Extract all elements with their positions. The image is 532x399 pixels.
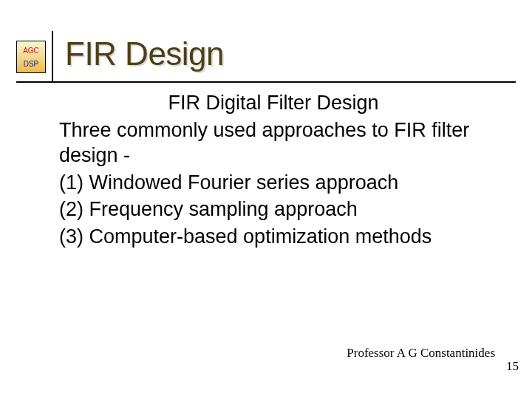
list-item-2: (2) Frequency sampling approach — [59, 197, 488, 222]
intro-paragraph: Three commonly used approaches to FIR fi… — [59, 117, 488, 168]
list-item-3: (3) Computer-based optimization methods — [59, 224, 488, 250]
subtitle: FIR Digital Filter Design — [59, 90, 488, 116]
logo-dsp-text: DSP — [24, 61, 39, 68]
slide-page: AGC DSP FIR Design FIR Digital Filter De… — [0, 0, 532, 399]
body-content: FIR Digital Filter Design Three commonly… — [59, 90, 488, 250]
vertical-divider — [52, 31, 53, 83]
horizontal-divider — [16, 81, 516, 83]
logo-inner: AGC DSP — [17, 41, 45, 72]
logo-box: AGC DSP — [16, 41, 46, 73]
logo-agc-text: AGC — [23, 47, 39, 55]
list-item-1: (1) Windowed Fourier series approach — [59, 170, 488, 196]
footer-author: Professor A G Constantinides — [347, 346, 495, 361]
page-number: 15 — [506, 359, 519, 374]
slide-title: FIR Design — [65, 35, 224, 72]
